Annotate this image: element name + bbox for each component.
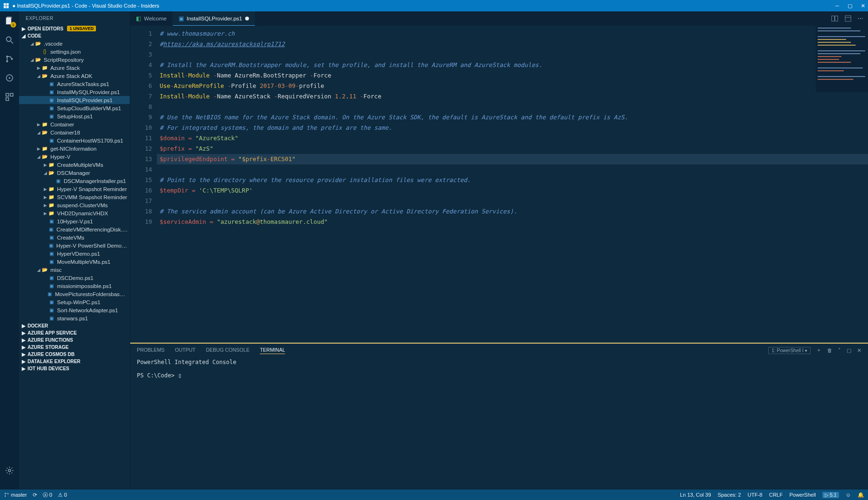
tree-file[interactable]: ▣MoveMultipleVMs.ps1 [19,258,130,266]
svg-rect-25 [818,62,851,63]
panel-tab[interactable]: DEBUG CONSOLE [206,347,250,354]
tree-file[interactable]: ▣missionimpossible.ps1 [19,282,130,290]
errors-count[interactable]: ⓧ 0 [43,491,52,499]
editor-tab[interactable]: ◧Welcome [130,11,173,26]
layout-icon[interactable] [844,15,852,22]
file-icon: ▣ [54,178,62,183]
sidebar-section[interactable]: ▶AZURE COSMOS DB [19,351,130,358]
explorer-badge: 1 [10,22,16,28]
close-panel-icon[interactable]: ✕ [857,347,861,353]
minimize-button[interactable]: ─ [835,3,839,9]
language-mode[interactable]: PowerShell [789,492,816,498]
workspace-header[interactable]: ◢ CODE [19,32,130,39]
tree-folder[interactable]: ▶📁Hyper-V Snapshot Reminder [19,185,130,193]
file-label: AzureStackTasks.ps1 [57,81,109,87]
sidebar-section[interactable]: ▶DATALAKE EXPLORER [19,358,130,365]
svg-point-32 [8,493,9,494]
source-control-icon[interactable] [4,53,15,65]
split-editor-icon[interactable] [831,15,839,22]
close-button[interactable]: ✕ [861,3,865,9]
file-label: Container [50,122,74,127]
tree-file[interactable]: ▣CreateVMDifferencingDisk.ps1 [19,225,130,233]
tree-file[interactable]: ▣HyperVDemo.ps1 [19,250,130,258]
panel-tab[interactable]: OUTPUT [175,347,195,354]
tree-file[interactable]: {}settings.json [19,48,130,56]
new-terminal-icon[interactable]: ＋ [816,347,821,354]
minimap[interactable] [816,26,868,92]
tree-folder[interactable]: ◢📂DSCManager [19,169,130,177]
maximize-panel-icon[interactable]: ˄ [838,347,841,353]
tree-file[interactable]: ▣Setup-WinPC.ps1 [19,298,130,306]
chevron-right-icon: ▶ [22,330,26,336]
file-icon: ▣ [47,291,53,297]
terminal-selector[interactable]: 1: PowerShell I ▾ [768,347,811,354]
powershell-version[interactable]: ▷ 5.1 [822,492,839,498]
tree-folder[interactable]: ◢📂ScriptRepository [19,56,130,64]
panel-layout-icon[interactable]: ▢ [847,347,851,353]
panel-tab[interactable]: TERMINAL [260,347,285,354]
tree-file[interactable]: ▣SetupHost.ps1 [19,112,130,120]
tree-folder[interactable]: ▶📁suspend-ClusterVMs [19,201,130,209]
tree-file[interactable]: ▣Sort-NetworkAdapter.ps1 [19,306,130,314]
code-editor[interactable]: 12345678910111213141516171819 # www.thom… [130,26,868,342]
tree-folder[interactable]: ▶📁get-NICInformation [19,144,130,153]
tree-file[interactable]: ▣DSCDemo.ps1 [19,274,130,282]
file-label: Azure Stack ADK [50,73,92,79]
sidebar-section[interactable]: ▶AZURE FUNCTIONS [19,337,130,344]
warnings-count[interactable]: ⚠ 0 [58,492,67,498]
tree-folder[interactable]: ◢📂Azure Stack ADK [19,72,130,80]
tree-file[interactable]: ▣ContainerHostWS1709.ps1 [19,136,130,144]
file-icon: 📁 [48,194,55,200]
tree-folder[interactable]: ◢📂Hyper-V [19,153,130,161]
panel-tab[interactable]: PROBLEMS [137,347,164,354]
file-icon: ▣ [48,81,55,87]
file-icon: 📁 [41,122,48,127]
svg-point-30 [5,493,6,494]
tree-file[interactable]: ▣InstallMySQLProvider.ps1 [19,88,130,96]
code-content[interactable]: # www.thomasmaurer.ch#https://aka.ms/azu… [157,26,868,342]
encoding[interactable]: UTF-8 [748,492,763,498]
terminal-body[interactable]: PowerShell Integrated Console PS C:\Code… [130,357,868,490]
svg-point-31 [5,496,6,497]
tree-folder[interactable]: ▶📁Container [19,120,130,128]
search-icon[interactable] [4,34,15,46]
explorer-icon[interactable]: 1 [4,15,15,27]
tree-file[interactable]: ▣CreateVMs [19,233,130,241]
maximize-button[interactable]: ▢ [848,3,852,9]
sidebar-section[interactable]: ▶IOT HUB DEVICES [19,365,130,372]
tree-folder[interactable]: ▶📁CreateMultipleVMs [19,161,130,169]
feedback-icon[interactable]: ☺ [846,492,851,498]
file-label: .vscode [44,41,63,47]
editor-tab[interactable]: ▣InstallSQLProvider.ps1 [173,11,255,26]
tree-file[interactable]: ▣AzureStackTasks.ps1 [19,80,130,88]
debug-icon[interactable] [4,72,15,84]
open-editors-header[interactable]: ▶ OPEN EDITORS 1 UNSAVED [19,25,130,32]
tree-folder[interactable]: ▶📁Azure Stack [19,64,130,72]
tree-file[interactable]: ▣starwars.ps1 [19,314,130,322]
settings-icon[interactable] [4,465,15,476]
sidebar-section[interactable]: ▶AZURE STORAGE [19,344,130,351]
tree-file[interactable]: ▣Hyper-V PowerShell Demo.ps1 [19,241,130,250]
tree-file[interactable]: ▣InstallSQLProvider.ps1 [19,96,130,104]
more-icon[interactable]: ⋯ [858,15,863,22]
tree-file[interactable]: ▣10Hyper-V.ps1 [19,217,130,225]
sync-icon[interactable]: ⟳ [33,492,37,498]
git-branch[interactable]: master [4,492,27,498]
kill-terminal-icon[interactable]: 🗑 [827,347,832,353]
extensions-icon[interactable] [4,91,15,103]
eol[interactable]: CRLF [769,492,783,498]
tree-file[interactable]: ▣MovePicturestoFoldersbasedonYe... [19,290,130,298]
tree-folder[interactable]: ◢📂Container18 [19,128,130,136]
cursor-position[interactable]: Ln 13, Col 39 [680,492,711,498]
tree-folder[interactable]: ▶📁SCVMM Snapshot Reminder [19,193,130,201]
bell-icon[interactable]: 🔔 [858,492,864,498]
tree-file[interactable]: ▣SetupCloudBuilderVM.ps1 [19,104,130,112]
tree-folder[interactable]: ◢📂misc [19,266,130,274]
tree-folder[interactable]: ▶📁VHD2DynamicVHDX [19,209,130,217]
indentation[interactable]: Spaces: 2 [718,492,741,498]
sidebar-section[interactable]: ▶DOCKER [19,322,130,329]
sidebar-section[interactable]: ▶AZURE APP SERVICE [19,329,130,337]
tree-file[interactable]: ▣DSCManagerInstaller.ps1 [19,177,130,185]
svg-rect-13 [845,16,851,21]
tree-folder[interactable]: ◢📂.vscode [19,39,130,48]
